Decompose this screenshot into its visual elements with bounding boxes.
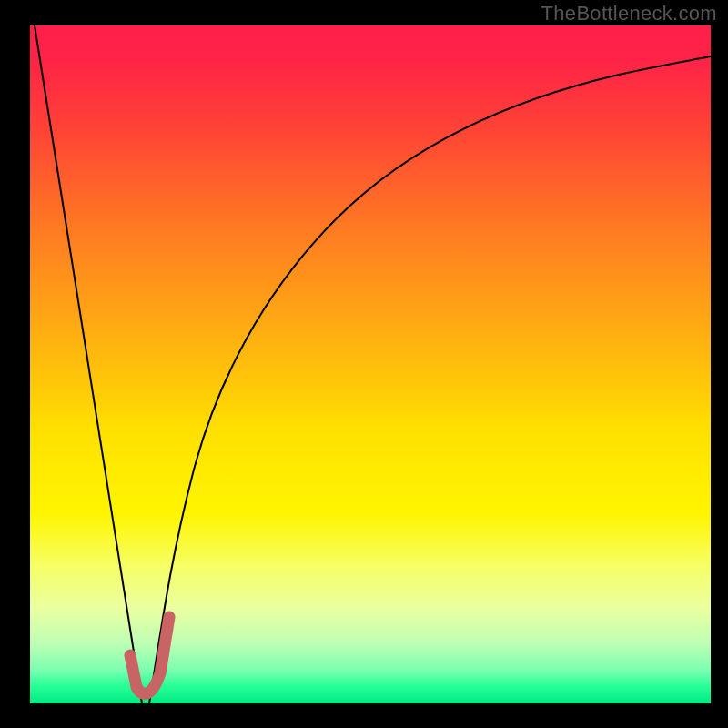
chart-svg [0, 0, 728, 728]
plot-background [30, 25, 711, 703]
watermark-text: TheBottleneck.com [541, 2, 717, 25]
chart-frame: TheBottleneck.com [0, 0, 728, 728]
